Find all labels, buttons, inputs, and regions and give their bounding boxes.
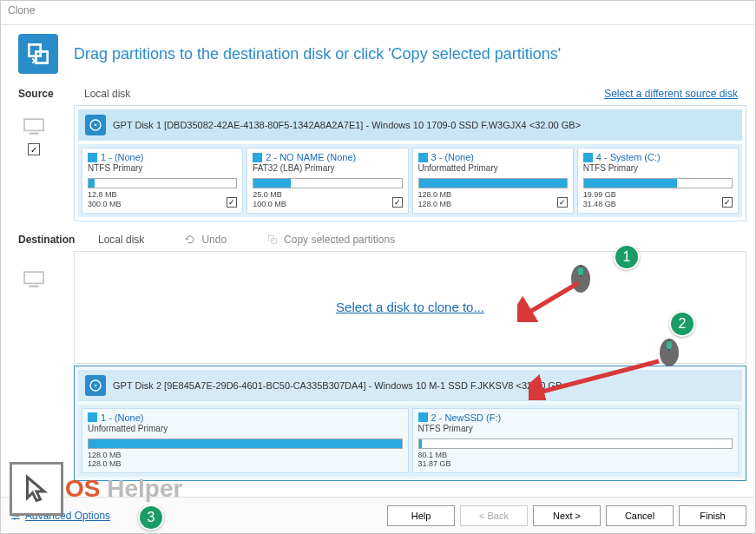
pc-icon	[22, 117, 46, 136]
usage-bar	[418, 178, 568, 188]
copy-partitions-button[interactable]: Copy selected partitions	[266, 234, 395, 246]
partition[interactable]: 3 - (None) Unformatted Primary 128.0 MB1…	[412, 148, 574, 214]
partition-sizes: 80.1 MB31.87 GB	[418, 451, 733, 470]
source-gutter: ✓	[16, 117, 51, 155]
svg-rect-5	[272, 238, 277, 243]
source-sublabel: Local disk	[84, 88, 130, 100]
partition-sizes: 25.0 MB100.0 MB	[253, 190, 402, 209]
source-label: Source	[18, 88, 72, 100]
cancel-button[interactable]: Cancel	[606, 505, 674, 526]
source-master-checkbox[interactable]: ✓	[28, 143, 40, 155]
logo-cursor-icon	[10, 462, 63, 516]
source-partitions: 1 - (None) NTFS Primary 12.8 MB300.0 MB …	[78, 144, 742, 217]
windows-icon	[418, 153, 428, 162]
svg-rect-6	[24, 272, 43, 283]
usage-bar	[88, 178, 237, 188]
marker-1: 1	[614, 244, 640, 270]
partition-type: Unformatted Primary	[88, 424, 403, 433]
source-header: Source Local disk Select a different sou…	[1, 86, 755, 103]
partition[interactable]: 2 - NO NAME (None) FAT32 (LBA) Primary 2…	[247, 148, 408, 214]
partition-sizes: 19.99 GB31.48 GB	[583, 190, 733, 209]
clone-icon	[18, 34, 58, 74]
source-disk-header[interactable]: GPT Disk 1 [DBD35082-42AE-4138-80F5-1342…	[78, 109, 742, 141]
partition-title: 3 - (None)	[418, 152, 568, 162]
partition-checkbox[interactable]: ✓	[722, 197, 733, 208]
copy-icon	[266, 234, 279, 246]
partition-title: 4 - System (C:)	[583, 152, 733, 162]
usage-bar	[583, 178, 733, 188]
dest-gutter	[16, 270, 51, 289]
finish-button[interactable]: Finish	[679, 505, 746, 526]
windows-icon	[88, 412, 97, 422]
change-source-link[interactable]: Select a different source disk	[604, 88, 738, 100]
undo-button[interactable]: Undo	[184, 234, 227, 246]
logo-text: OS Helper	[65, 475, 182, 503]
partition-checkbox[interactable]: ✓	[392, 197, 403, 208]
dest-disk-header[interactable]: GPT Disk 2 [9E845A7E-29D6-4601-BC50-CA33…	[78, 370, 742, 401]
partition-title: 1 - (None)	[88, 152, 237, 162]
disk-icon	[85, 115, 106, 135]
windows-icon	[88, 153, 97, 162]
partition-checkbox[interactable]: ✓	[227, 197, 237, 208]
partition-type: NTFS Primary	[418, 424, 733, 433]
windows-icon	[418, 412, 428, 422]
partition-type: NTFS Primary	[583, 163, 733, 173]
help-button[interactable]: Help	[387, 505, 455, 526]
svg-point-3	[95, 124, 97, 127]
svg-rect-1	[30, 133, 39, 135]
mouse-icon	[659, 338, 680, 367]
svg-rect-0	[24, 119, 43, 130]
windows-icon	[583, 153, 593, 162]
header-instruction: Drag partitions to the destination disk …	[74, 45, 561, 63]
partition[interactable]: 1 - (None) NTFS Primary 12.8 MB300.0 MB …	[82, 148, 243, 214]
partition-sizes: 128.0 MB128.0 MB	[418, 190, 568, 209]
dest-disk-title: GPT Disk 2 [9E845A7E-29D6-4601-BC50-CA33…	[113, 380, 568, 391]
svg-rect-4	[268, 235, 273, 241]
source-disk-panel: GPT Disk 1 [DBD35082-42AE-4138-80F5-1342…	[74, 105, 746, 221]
undo-icon	[184, 234, 196, 245]
window-titlebar: Clone	[1, 1, 755, 25]
header: Drag partitions to the destination disk …	[1, 25, 755, 86]
mouse-icon	[570, 264, 591, 293]
select-dest-link[interactable]: Select a disk to clone to...	[336, 300, 484, 314]
usage-bar	[88, 438, 403, 449]
marker-2: 2	[669, 311, 695, 337]
partition-title: 2 - NewSSD (F:)	[418, 412, 733, 423]
partition-checkbox[interactable]: ✓	[557, 197, 568, 208]
dest-label: Destination	[18, 234, 86, 246]
partition[interactable]: 2 - NewSSD (F:) NTFS Primary 80.1 MB31.8…	[412, 408, 740, 474]
windows-icon	[253, 153, 262, 162]
back-button: < Back	[460, 505, 528, 526]
dest-header: Destination Local disk Undo Copy selecte…	[1, 232, 755, 249]
svg-rect-17	[667, 341, 672, 349]
next-button[interactable]: Next >	[533, 505, 601, 526]
partition-title: 2 - NO NAME (None)	[253, 152, 402, 162]
partition-type: FAT32 (LBA) Primary	[253, 163, 402, 173]
dest-sublabel: Local disk	[98, 234, 144, 246]
svg-point-9	[95, 384, 97, 386]
svg-rect-7	[30, 286, 39, 287]
svg-rect-14	[578, 267, 583, 275]
partition-sizes: 12.8 MB300.0 MB	[88, 190, 237, 209]
usage-bar	[253, 178, 402, 188]
source-disk-title: GPT Disk 1 [DBD35082-42AE-4138-80F5-1342…	[113, 120, 581, 130]
usage-bar	[418, 438, 733, 449]
logo-overlay: OS Helper	[10, 462, 182, 516]
svg-point-12	[14, 518, 16, 519]
partition-title: 1 - (None)	[88, 412, 403, 423]
partition[interactable]: 4 - System (C:) NTFS Primary 19.99 GB31.…	[577, 148, 739, 214]
partition-type: Unformatted Primary	[418, 163, 568, 173]
pc-icon	[22, 270, 46, 289]
dest-drop-area[interactable]: Select a disk to clone to...	[74, 251, 746, 364]
button-group: Help < Back Next > Cancel Finish	[387, 505, 746, 526]
partition-type: NTFS Primary	[88, 163, 237, 173]
disk-icon	[85, 375, 106, 396]
